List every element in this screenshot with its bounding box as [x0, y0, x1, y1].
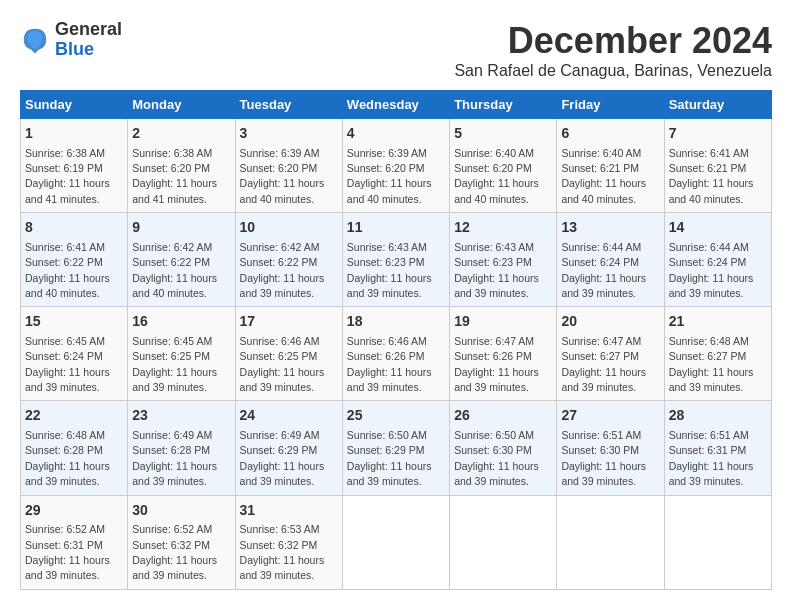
day-header-monday: Monday: [128, 91, 235, 119]
day-header-saturday: Saturday: [664, 91, 771, 119]
calendar-day-22: 22 Sunrise: 6:48 AMSunset: 6:28 PMDaylig…: [21, 401, 128, 495]
day-number: 11: [347, 218, 445, 238]
calendar-day-30: 30 Sunrise: 6:52 AMSunset: 6:32 PMDaylig…: [128, 495, 235, 589]
day-header-tuesday: Tuesday: [235, 91, 342, 119]
calendar-day-26: 26 Sunrise: 6:50 AMSunset: 6:30 PMDaylig…: [450, 401, 557, 495]
calendar-week-5: 29 Sunrise: 6:52 AMSunset: 6:31 PMDaylig…: [21, 495, 772, 589]
day-number: 5: [454, 124, 552, 144]
calendar-day-31: 31 Sunrise: 6:53 AMSunset: 6:32 PMDaylig…: [235, 495, 342, 589]
day-number: 2: [132, 124, 230, 144]
day-info: Sunrise: 6:40 AMSunset: 6:21 PMDaylight:…: [561, 147, 646, 205]
calendar-day-29: 29 Sunrise: 6:52 AMSunset: 6:31 PMDaylig…: [21, 495, 128, 589]
calendar-week-3: 15 Sunrise: 6:45 AMSunset: 6:24 PMDaylig…: [21, 307, 772, 401]
day-header-wednesday: Wednesday: [342, 91, 449, 119]
day-number: 30: [132, 501, 230, 521]
calendar-day-3: 3 Sunrise: 6:39 AMSunset: 6:20 PMDayligh…: [235, 119, 342, 213]
logo-general: General: [55, 20, 122, 40]
location-title: San Rafael de Canagua, Barinas, Venezuel…: [454, 62, 772, 80]
page-header: General Blue December 2024 San Rafael de…: [20, 20, 772, 80]
day-header-thursday: Thursday: [450, 91, 557, 119]
calendar-day-19: 19 Sunrise: 6:47 AMSunset: 6:26 PMDaylig…: [450, 307, 557, 401]
day-number: 24: [240, 406, 338, 426]
day-number: 23: [132, 406, 230, 426]
day-number: 17: [240, 312, 338, 332]
day-info: Sunrise: 6:38 AMSunset: 6:19 PMDaylight:…: [25, 147, 110, 205]
day-number: 31: [240, 501, 338, 521]
calendar-day-21: 21 Sunrise: 6:48 AMSunset: 6:27 PMDaylig…: [664, 307, 771, 401]
day-number: 1: [25, 124, 123, 144]
day-info: Sunrise: 6:52 AMSunset: 6:32 PMDaylight:…: [132, 523, 217, 581]
empty-cell: [342, 495, 449, 589]
day-info: Sunrise: 6:46 AMSunset: 6:26 PMDaylight:…: [347, 335, 432, 393]
day-info: Sunrise: 6:50 AMSunset: 6:30 PMDaylight:…: [454, 429, 539, 487]
day-info: Sunrise: 6:42 AMSunset: 6:22 PMDaylight:…: [240, 241, 325, 299]
day-number: 13: [561, 218, 659, 238]
day-info: Sunrise: 6:38 AMSunset: 6:20 PMDaylight:…: [132, 147, 217, 205]
calendar-day-20: 20 Sunrise: 6:47 AMSunset: 6:27 PMDaylig…: [557, 307, 664, 401]
calendar-day-8: 8 Sunrise: 6:41 AMSunset: 6:22 PMDayligh…: [21, 213, 128, 307]
calendar-day-13: 13 Sunrise: 6:44 AMSunset: 6:24 PMDaylig…: [557, 213, 664, 307]
month-title: December 2024: [454, 20, 772, 62]
day-number: 19: [454, 312, 552, 332]
day-info: Sunrise: 6:50 AMSunset: 6:29 PMDaylight:…: [347, 429, 432, 487]
day-number: 7: [669, 124, 767, 144]
day-number: 21: [669, 312, 767, 332]
day-info: Sunrise: 6:52 AMSunset: 6:31 PMDaylight:…: [25, 523, 110, 581]
calendar-day-11: 11 Sunrise: 6:43 AMSunset: 6:23 PMDaylig…: [342, 213, 449, 307]
day-number: 22: [25, 406, 123, 426]
calendar-day-14: 14 Sunrise: 6:44 AMSunset: 6:24 PMDaylig…: [664, 213, 771, 307]
day-number: 28: [669, 406, 767, 426]
day-info: Sunrise: 6:47 AMSunset: 6:26 PMDaylight:…: [454, 335, 539, 393]
day-info: Sunrise: 6:48 AMSunset: 6:27 PMDaylight:…: [669, 335, 754, 393]
day-number: 16: [132, 312, 230, 332]
calendar-day-25: 25 Sunrise: 6:50 AMSunset: 6:29 PMDaylig…: [342, 401, 449, 495]
calendar-day-7: 7 Sunrise: 6:41 AMSunset: 6:21 PMDayligh…: [664, 119, 771, 213]
day-number: 20: [561, 312, 659, 332]
day-number: 8: [25, 218, 123, 238]
day-number: 29: [25, 501, 123, 521]
day-info: Sunrise: 6:39 AMSunset: 6:20 PMDaylight:…: [347, 147, 432, 205]
calendar-day-27: 27 Sunrise: 6:51 AMSunset: 6:30 PMDaylig…: [557, 401, 664, 495]
logo-icon: [20, 25, 50, 55]
calendar-day-15: 15 Sunrise: 6:45 AMSunset: 6:24 PMDaylig…: [21, 307, 128, 401]
day-number: 27: [561, 406, 659, 426]
calendar-day-9: 9 Sunrise: 6:42 AMSunset: 6:22 PMDayligh…: [128, 213, 235, 307]
day-header-friday: Friday: [557, 91, 664, 119]
empty-cell: [450, 495, 557, 589]
calendar-day-18: 18 Sunrise: 6:46 AMSunset: 6:26 PMDaylig…: [342, 307, 449, 401]
day-info: Sunrise: 6:43 AMSunset: 6:23 PMDaylight:…: [347, 241, 432, 299]
day-info: Sunrise: 6:44 AMSunset: 6:24 PMDaylight:…: [561, 241, 646, 299]
calendar-day-28: 28 Sunrise: 6:51 AMSunset: 6:31 PMDaylig…: [664, 401, 771, 495]
calendar-table: SundayMondayTuesdayWednesdayThursdayFrid…: [20, 90, 772, 590]
logo-text: General Blue: [55, 20, 122, 60]
calendar-day-5: 5 Sunrise: 6:40 AMSunset: 6:20 PMDayligh…: [450, 119, 557, 213]
day-number: 18: [347, 312, 445, 332]
day-number: 25: [347, 406, 445, 426]
calendar-day-2: 2 Sunrise: 6:38 AMSunset: 6:20 PMDayligh…: [128, 119, 235, 213]
title-block: December 2024 San Rafael de Canagua, Bar…: [454, 20, 772, 80]
calendar-day-6: 6 Sunrise: 6:40 AMSunset: 6:21 PMDayligh…: [557, 119, 664, 213]
day-info: Sunrise: 6:41 AMSunset: 6:21 PMDaylight:…: [669, 147, 754, 205]
calendar-day-17: 17 Sunrise: 6:46 AMSunset: 6:25 PMDaylig…: [235, 307, 342, 401]
day-number: 12: [454, 218, 552, 238]
calendar-day-23: 23 Sunrise: 6:49 AMSunset: 6:28 PMDaylig…: [128, 401, 235, 495]
day-info: Sunrise: 6:43 AMSunset: 6:23 PMDaylight:…: [454, 241, 539, 299]
day-info: Sunrise: 6:42 AMSunset: 6:22 PMDaylight:…: [132, 241, 217, 299]
calendar-day-16: 16 Sunrise: 6:45 AMSunset: 6:25 PMDaylig…: [128, 307, 235, 401]
day-info: Sunrise: 6:40 AMSunset: 6:20 PMDaylight:…: [454, 147, 539, 205]
day-info: Sunrise: 6:41 AMSunset: 6:22 PMDaylight:…: [25, 241, 110, 299]
logo: General Blue: [20, 20, 122, 60]
calendar-day-12: 12 Sunrise: 6:43 AMSunset: 6:23 PMDaylig…: [450, 213, 557, 307]
day-number: 9: [132, 218, 230, 238]
day-number: 6: [561, 124, 659, 144]
day-number: 4: [347, 124, 445, 144]
day-number: 26: [454, 406, 552, 426]
calendar-day-24: 24 Sunrise: 6:49 AMSunset: 6:29 PMDaylig…: [235, 401, 342, 495]
logo-blue: Blue: [55, 40, 122, 60]
empty-cell: [664, 495, 771, 589]
day-info: Sunrise: 6:51 AMSunset: 6:30 PMDaylight:…: [561, 429, 646, 487]
day-info: Sunrise: 6:49 AMSunset: 6:29 PMDaylight:…: [240, 429, 325, 487]
day-number: 15: [25, 312, 123, 332]
day-info: Sunrise: 6:46 AMSunset: 6:25 PMDaylight:…: [240, 335, 325, 393]
empty-cell: [557, 495, 664, 589]
